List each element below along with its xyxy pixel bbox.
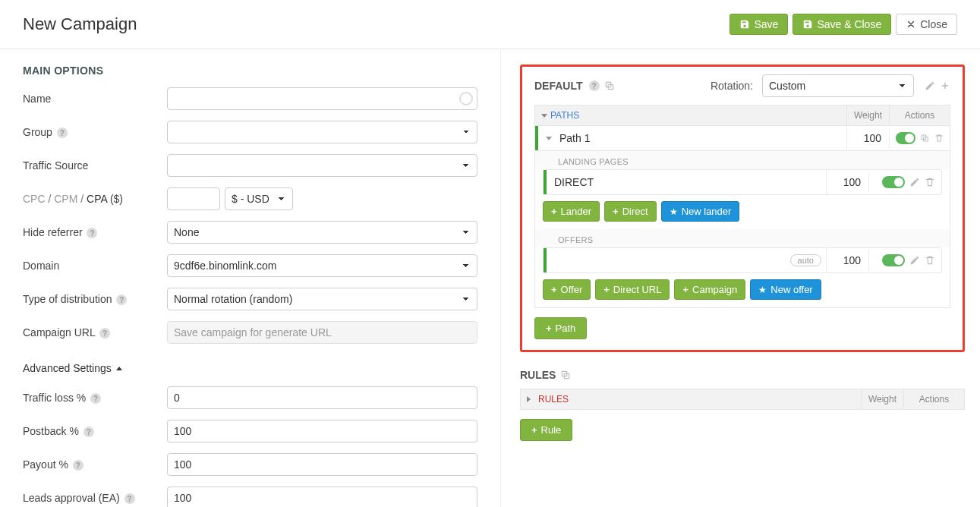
page-title: New Campaign — [23, 14, 137, 34]
toggle-switch[interactable] — [896, 132, 915, 144]
trash-icon[interactable] — [925, 177, 935, 187]
distribution-select[interactable]: Normal rotation (random) — [167, 288, 477, 310]
save-icon — [802, 19, 813, 30]
toggle-switch[interactable] — [882, 254, 905, 266]
help-icon[interactable]: ? — [124, 493, 135, 504]
traffic-source-select[interactable] — [167, 154, 477, 177]
add-direct-button[interactable]: +Direct — [604, 201, 657, 222]
payout-pct-input[interactable] — [167, 453, 477, 476]
auto-chip[interactable]: auto — [790, 254, 821, 266]
path-name: Path 1 — [559, 132, 590, 144]
cost-model-label[interactable]: CPC / CPM / CPA ($) — [23, 193, 167, 205]
domain-select[interactable]: 9cdf6e.binomlink.com — [167, 254, 477, 277]
save-icon — [739, 19, 750, 30]
offers-title: OFFERS — [535, 229, 950, 247]
rules-header: RULES Weight Actions — [520, 389, 965, 410]
landing-row[interactable]: DIRECT 100 — [543, 169, 942, 195]
domain-label: Domain — [23, 260, 167, 272]
cost-input[interactable] — [167, 187, 220, 210]
chevron-down-icon[interactable] — [541, 114, 547, 118]
chevron-down-icon — [546, 137, 552, 140]
copy-icon[interactable] — [560, 370, 571, 380]
help-icon[interactable]: ? — [84, 427, 94, 437]
path-weight: 100 — [846, 126, 889, 150]
landing-weight: 100 — [826, 170, 868, 194]
chevron-right-icon[interactable] — [527, 396, 531, 402]
save-button[interactable]: Save — [729, 14, 788, 35]
copy-icon[interactable] — [920, 133, 929, 143]
pencil-icon[interactable] — [909, 255, 920, 266]
plus-icon[interactable] — [940, 80, 950, 91]
group-select[interactable] — [167, 121, 477, 143]
help-icon[interactable]: ? — [116, 294, 127, 305]
default-panel: DEFAULT ? Rotation: Custom PATHS Weight … — [520, 65, 965, 352]
toggle-switch[interactable] — [882, 176, 905, 188]
help-icon[interactable]: ? — [589, 80, 600, 91]
new-offer-button[interactable]: ★New offer — [750, 279, 821, 300]
default-title: DEFAULT — [534, 80, 583, 92]
offer-weight: 100 — [826, 248, 868, 272]
rules-panel-title: RULES — [520, 369, 965, 381]
leads-approval-input[interactable] — [167, 487, 477, 507]
rotation-label: Rotation: — [711, 80, 753, 92]
add-path-button[interactable]: +Path — [534, 317, 587, 339]
traffic-loss-input[interactable] — [167, 386, 477, 409]
main-options-panel: MAIN OPTIONS Name Group ? Traffic Source — [0, 49, 501, 507]
rotation-select[interactable]: Custom — [762, 74, 914, 97]
help-icon[interactable]: ? — [57, 128, 68, 138]
group-label: Group — [23, 126, 52, 138]
campaign-url-label: Campaign URL — [23, 326, 95, 339]
trash-icon[interactable] — [934, 133, 944, 143]
leads-approval-label: Leads approval (EA) — [23, 492, 120, 504]
landing-pages-title: LANDING PAGES — [535, 151, 950, 169]
add-offer-button[interactable]: +Offer — [543, 279, 591, 300]
add-direct-url-button[interactable]: +Direct URL — [595, 279, 670, 300]
close-icon — [906, 19, 916, 30]
add-rule-button[interactable]: +Rule — [520, 419, 572, 441]
pencil-icon[interactable] — [909, 177, 920, 187]
hide-referrer-select[interactable]: None — [167, 221, 477, 244]
new-lander-button[interactable]: ★New lander — [661, 201, 740, 222]
name-status-icon — [459, 92, 473, 105]
help-icon[interactable]: ? — [99, 328, 110, 339]
help-icon[interactable]: ? — [90, 393, 101, 404]
offer-row[interactable]: auto 100 — [543, 247, 942, 273]
trash-icon[interactable] — [925, 255, 935, 266]
add-campaign-button[interactable]: +Campaign — [674, 279, 745, 300]
main-options-title: MAIN OPTIONS — [23, 65, 477, 77]
save-close-button[interactable]: Save & Close — [793, 14, 891, 35]
advanced-settings-toggle[interactable]: Advanced Settings — [23, 362, 122, 374]
add-lander-button[interactable]: +Lander — [543, 201, 600, 222]
paths-header: PATHS Weight Actions — [534, 105, 950, 126]
pencil-icon[interactable] — [925, 80, 935, 91]
postback-pct-label: Postback % — [23, 425, 79, 437]
close-button[interactable]: Close — [896, 14, 957, 35]
name-input[interactable] — [167, 87, 477, 110]
distribution-label: Type of distribution — [23, 293, 112, 305]
postback-pct-input[interactable] — [167, 420, 477, 442]
copy-icon[interactable] — [604, 80, 615, 91]
name-label: Name — [23, 93, 167, 105]
top-toolbar: New Campaign Save Save & Close Close — [0, 0, 980, 49]
help-icon[interactable]: ? — [73, 460, 84, 471]
traffic-loss-label: Traffic loss % — [23, 392, 86, 404]
help-icon[interactable]: ? — [87, 228, 97, 238]
campaign-url-box: Save campaign for generate URL — [167, 321, 477, 344]
currency-select[interactable]: $ - USD — [225, 187, 293, 210]
landing-name: DIRECT — [554, 176, 594, 188]
chevron-up-icon — [116, 367, 122, 370]
path-row[interactable]: Path 1 100 — [534, 126, 950, 151]
traffic-source-label: Traffic Source — [23, 159, 167, 172]
payout-pct-label: Payout % — [23, 458, 68, 471]
hide-referrer-label: Hide referrer — [23, 226, 83, 238]
